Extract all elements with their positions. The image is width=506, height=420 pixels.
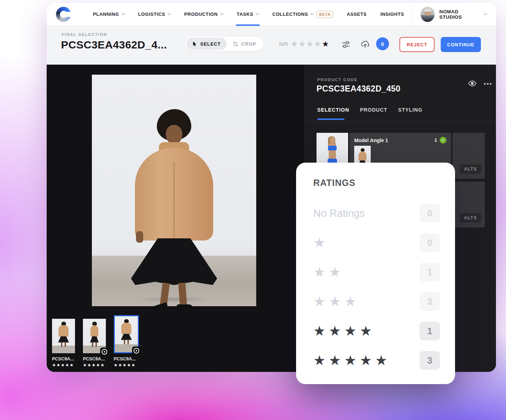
approved-check-icon: ✓ xyxy=(440,137,446,144)
top-navbar: PLANNINGLOGISTICSPRODUCTIONTASKSCOLLECTI… xyxy=(47,3,496,26)
rating-count-badge: 3 xyxy=(420,292,440,311)
nav-item-label: LOGISTICS xyxy=(138,11,165,17)
crop-tool-button[interactable]: CROP xyxy=(227,38,262,50)
model-mini-figure xyxy=(52,319,75,353)
select-tool-button[interactable]: SELECT xyxy=(186,38,227,50)
chevron-down-icon xyxy=(256,12,259,15)
breadcrumb: FINAL SELECTION xyxy=(62,32,107,37)
nav-item-planning[interactable]: PLANNING xyxy=(86,3,131,26)
nav-item-collections[interactable]: COLLECTIONSBETA xyxy=(266,3,340,26)
filmstrip-thumbnail[interactable]: PCSC9A...★★★★★ xyxy=(83,319,106,368)
ratings-modal: RATINGS No Ratings0★0★★1★★★3★★★★1★★★★★3 xyxy=(296,163,455,384)
model-shoe xyxy=(177,304,193,309)
rating-filter-row-5-star[interactable]: ★★★★★3 xyxy=(313,346,440,375)
tab-product[interactable]: PRODUCT xyxy=(360,107,387,113)
model-shadow xyxy=(136,297,212,302)
active-tab-underline xyxy=(317,118,345,120)
alts-button[interactable]: ALTS xyxy=(460,213,481,223)
page: PLANNINGLOGISTICSPRODUCTIONTASKSCOLLECTI… xyxy=(0,0,506,420)
chevron-down-icon xyxy=(168,12,171,15)
chevron-down-icon xyxy=(310,12,314,15)
nav-item-production[interactable]: PRODUCTION xyxy=(177,3,230,26)
panel-tabs: SELECTIONPRODUCTSTYLING xyxy=(317,107,422,113)
rating-filter-row-1-star[interactable]: ★0 xyxy=(313,228,440,257)
crop-tool-label: CROP xyxy=(241,41,256,47)
main-photo[interactable] xyxy=(92,75,256,306)
nav-item-assets[interactable]: ASSETS xyxy=(340,3,374,26)
nav-item-tasks[interactable]: TASKS xyxy=(230,3,266,26)
star-icon[interactable]: ★ xyxy=(291,39,298,48)
nav-item-logistics[interactable]: LOGISTICS xyxy=(131,3,177,26)
model-skirt xyxy=(131,238,217,285)
thumbnail-label: PCSC9A... xyxy=(52,356,75,361)
filmstrip: PCSC9A...★★★★★PCSC9A...★★★★★PCSC9A...★★★… xyxy=(52,315,139,368)
continue-button[interactable]: CONTINUE xyxy=(441,37,481,52)
tool-toggle: SELECT CROP xyxy=(185,36,264,51)
model-leg xyxy=(178,283,187,307)
star-icons: ★ xyxy=(313,236,329,249)
reject-button[interactable]: REJECT xyxy=(399,37,435,52)
rating-filter-row-3-star[interactable]: ★★★3 xyxy=(313,287,440,316)
thumbnail-label: PCSC9A... xyxy=(83,356,106,361)
creative-force-logo-icon[interactable] xyxy=(56,7,71,22)
star-icon[interactable]: ★ xyxy=(314,39,321,48)
thumbnail-stars: ★★★★★ xyxy=(83,363,106,368)
ratings-modal-title: RATINGS xyxy=(313,178,356,188)
chevron-down-icon xyxy=(484,12,487,15)
rating-stars[interactable]: ★★★★★ xyxy=(291,40,330,48)
thumbnail-image[interactable] xyxy=(52,319,75,353)
avatar[interactable] xyxy=(421,7,435,22)
nav-item-insights[interactable]: INSIGHTS xyxy=(374,3,411,26)
star-icon[interactable]: ★ xyxy=(299,39,306,48)
star-icon[interactable]: ★ xyxy=(306,39,314,48)
selected-marker-icon xyxy=(132,346,141,355)
account-area[interactable]: NOMAD STUDIOS xyxy=(411,3,487,26)
rating-filter-row-2-star[interactable]: ★★1 xyxy=(313,257,440,287)
crop-icon xyxy=(233,41,238,47)
selected-marker-icon xyxy=(100,347,109,356)
adjustments-sliders-icon[interactable] xyxy=(342,40,350,49)
model-face xyxy=(166,125,182,144)
page-title: PCSC3EA4362D_4... xyxy=(61,39,167,51)
cloud-upload-icon[interactable] xyxy=(360,39,370,49)
star-icons: ★★ xyxy=(313,265,344,279)
nav-item-label: PLANNING xyxy=(93,11,119,17)
thumbnail-stars: ★★★★★ xyxy=(114,363,139,368)
alts-card: ALTS xyxy=(453,133,485,179)
thumbnail-label: PCSC9A... xyxy=(114,356,139,361)
star-icons: ★★★ xyxy=(313,295,360,308)
filmstrip-thumbnail[interactable]: PCSC9A...★★★★★ xyxy=(52,319,75,368)
more-options-icon[interactable]: ••• xyxy=(484,80,492,88)
tab-styling[interactable]: STYLING xyxy=(398,107,422,113)
header-rating[interactable]: N/R ★★★★★ xyxy=(279,40,330,48)
alts-card: ALTS xyxy=(453,182,485,228)
queue-count-badge[interactable]: 0 xyxy=(376,37,389,50)
rating-count-badge: 3 xyxy=(420,351,440,370)
thumbnail-image[interactable] xyxy=(114,315,139,353)
star-icons: ★★★★ xyxy=(313,324,375,338)
filmstrip-thumbnail-selected[interactable]: PCSC9A...★★★★★ xyxy=(114,315,139,368)
account-name: NOMAD STUDIOS xyxy=(439,9,479,20)
shot-count: 1 xyxy=(434,137,437,143)
rating-count-badge: 1 xyxy=(420,263,440,281)
nav-item-label: TASKS xyxy=(237,11,253,17)
rating-count-badge: 0 xyxy=(420,233,440,252)
rating-count-badge: 0 xyxy=(420,204,440,223)
model-coat-seam xyxy=(174,162,174,239)
image-viewer: PCSC9A...★★★★★PCSC9A...★★★★★PCSC9A...★★★… xyxy=(47,65,304,372)
rating-filter-row-none[interactable]: No Ratings0 xyxy=(313,199,440,228)
star-icon[interactable]: ★ xyxy=(322,39,329,48)
divider xyxy=(304,121,496,122)
rating-filter-row-4-star[interactable]: ★★★★1 xyxy=(313,316,440,346)
eye-icon[interactable] xyxy=(468,80,477,87)
shot-name: Model Angle 1 xyxy=(354,137,388,143)
rating-na-label: N/R xyxy=(279,41,288,47)
thumbnail-image[interactable] xyxy=(83,319,106,353)
product-code-value: PCSC3EA4362D_450 xyxy=(317,84,400,94)
nav-item-label: INSIGHTS xyxy=(380,11,404,17)
nav-item-label: ASSETS xyxy=(347,11,367,17)
chevron-down-icon xyxy=(121,12,125,15)
nav-item-label: PRODUCTION xyxy=(184,11,217,17)
tab-selection[interactable]: SELECTION xyxy=(317,107,349,113)
alts-button[interactable]: ALTS xyxy=(460,164,481,174)
